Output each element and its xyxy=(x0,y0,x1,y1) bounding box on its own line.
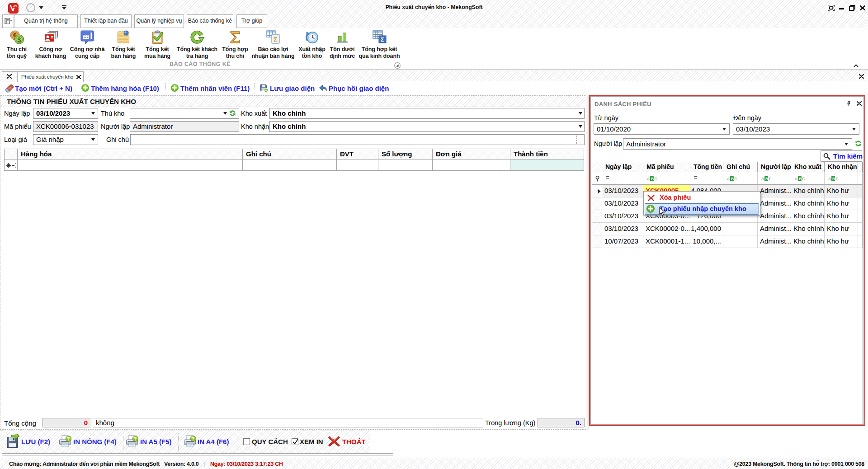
svg-text:C: C xyxy=(769,177,772,181)
svg-text:B: B xyxy=(765,177,768,181)
svg-text:C: C xyxy=(655,177,657,181)
svg-text:?: ? xyxy=(192,436,194,441)
svg-text:Σ: Σ xyxy=(381,36,384,43)
svg-text:C: C xyxy=(836,177,839,181)
svg-text:A: A xyxy=(828,177,831,181)
svg-text:B: B xyxy=(832,177,835,181)
svg-text:?: ? xyxy=(134,436,137,441)
svg-text:C: C xyxy=(735,177,737,181)
svg-text:A: A xyxy=(727,177,730,181)
svg-text:A: A xyxy=(795,177,797,181)
svg-text:B: B xyxy=(731,177,734,181)
svg-text:$: $ xyxy=(17,36,21,43)
svg-text:B: B xyxy=(799,177,802,181)
svg-text:A: A xyxy=(647,177,650,181)
svg-text:Σ: Σ xyxy=(273,35,277,43)
svg-text:B: B xyxy=(651,177,654,181)
svg-text:C: C xyxy=(802,177,805,181)
svg-text:?: ? xyxy=(67,436,70,441)
svg-text:A: A xyxy=(761,177,764,181)
